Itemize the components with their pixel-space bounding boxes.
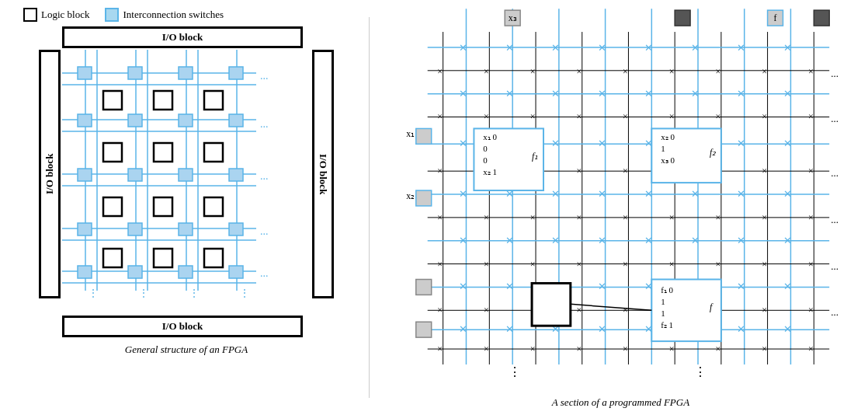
svg-text:✕: ✕ (737, 188, 745, 200)
svg-text:×: × (808, 111, 814, 122)
svg-text:×: × (484, 111, 489, 122)
svg-rect-47 (154, 91, 172, 110)
svg-text:×: × (437, 259, 443, 270)
svg-rect-221 (814, 10, 829, 26)
svg-text:f: f (774, 12, 777, 23)
legend-interconnect-label: Interconnection switches (123, 9, 224, 21)
svg-rect-30 (78, 114, 92, 127)
svg-rect-38 (78, 223, 92, 235)
svg-text:...: ... (260, 70, 269, 82)
svg-text:×: × (762, 66, 767, 77)
svg-text:×: × (762, 259, 767, 270)
svg-rect-51 (204, 143, 223, 162)
svg-text:×: × (762, 212, 767, 223)
svg-text:×: × (716, 344, 721, 354)
svg-text:×: × (623, 166, 628, 176)
svg-text:×: × (576, 212, 582, 223)
svg-text:✕: ✕ (783, 323, 792, 335)
svg-text:×: × (808, 166, 814, 176)
svg-text:x₂  1: x₂ 1 (483, 167, 497, 176)
svg-text:×: × (530, 212, 536, 223)
svg-rect-36 (179, 169, 193, 181)
svg-rect-37 (229, 169, 243, 181)
svg-rect-43 (128, 266, 142, 278)
svg-text:×: × (669, 212, 675, 223)
legend: Logic block Interconnection switches (23, 8, 224, 22)
svg-text:...: ... (831, 306, 838, 318)
svg-text:...: ... (260, 118, 269, 130)
io-block-left: I/O block (39, 50, 61, 298)
svg-rect-28 (179, 67, 193, 79)
svg-text:×: × (623, 111, 628, 122)
svg-text:✕: ✕ (459, 42, 467, 54)
svg-text:×: × (576, 344, 582, 354)
svg-text:×: × (669, 66, 675, 77)
svg-text:✕: ✕ (459, 281, 467, 292)
right-fpga-diagram: × × × × × × × × × ✕ ✕ ✕ ✕ ✕ ✕ ✕ ✕ × (373, 8, 860, 407)
io-block-right: I/O block (312, 50, 334, 298)
svg-text:×: × (808, 66, 814, 77)
svg-text:×: × (623, 259, 628, 270)
left-fpga-diagram: Logic block Interconnection switches I/O… (8, 8, 365, 407)
svg-text:×: × (530, 111, 536, 122)
svg-text:×: × (669, 111, 675, 122)
svg-text:×: × (530, 259, 536, 270)
svg-text:✕: ✕ (691, 88, 700, 99)
svg-rect-33 (229, 114, 243, 127)
svg-text:✕: ✕ (644, 88, 653, 99)
legend-logic-label: Logic block (41, 9, 89, 21)
programmed-fpga-svg: × × × × × × × × × ✕ ✕ ✕ ✕ ✕ ✕ ✕ ✕ × (381, 8, 860, 392)
svg-text:×: × (808, 305, 814, 316)
svg-rect-29 (229, 67, 243, 79)
svg-text:✕: ✕ (783, 138, 792, 149)
svg-text:✕: ✕ (598, 188, 606, 200)
svg-rect-224 (416, 190, 432, 206)
left-caption: General structure of an FPGA (125, 344, 248, 356)
svg-text:1: 1 (661, 309, 665, 318)
svg-text:✕: ✕ (459, 188, 467, 200)
svg-rect-53 (154, 197, 172, 216)
svg-text:✕: ✕ (783, 235, 792, 246)
svg-text:✕: ✕ (691, 42, 700, 54)
svg-rect-49 (103, 143, 122, 162)
svg-text:×: × (623, 305, 628, 316)
svg-rect-46 (103, 91, 122, 110)
svg-text:×: × (576, 166, 582, 176)
svg-text:✕: ✕ (598, 323, 606, 335)
svg-text:×: × (762, 305, 767, 316)
svg-text:f₂: f₂ (710, 147, 717, 158)
svg-rect-48 (204, 91, 223, 110)
svg-text:✕: ✕ (737, 281, 745, 292)
svg-text:×: × (484, 344, 489, 354)
svg-rect-52 (103, 197, 122, 216)
svg-text:...: ... (260, 267, 269, 279)
svg-text:×: × (576, 259, 582, 270)
svg-text:...: ... (831, 68, 838, 79)
svg-text:✕: ✕ (737, 323, 745, 335)
svg-text:×: × (437, 212, 443, 223)
svg-text:✕: ✕ (644, 235, 653, 246)
svg-text:×: × (716, 111, 721, 122)
svg-text:f₁  0: f₁ 0 (661, 285, 673, 295)
svg-text:✕: ✕ (691, 235, 700, 246)
svg-text:✕: ✕ (505, 42, 514, 54)
svg-rect-42 (78, 266, 92, 278)
svg-text:×: × (576, 305, 582, 316)
svg-text:0: 0 (483, 155, 488, 165)
svg-text:×: × (669, 259, 675, 270)
svg-rect-31 (128, 114, 142, 127)
legend-interconnect-icon (105, 8, 119, 22)
io-block-top: I/O block (62, 26, 303, 48)
svg-rect-41 (229, 223, 243, 235)
svg-text:×: × (437, 111, 443, 122)
svg-rect-39 (128, 223, 142, 235)
svg-text:✕: ✕ (551, 188, 560, 200)
svg-rect-40 (179, 223, 193, 235)
svg-text:f₂  1: f₂ 1 (661, 320, 673, 330)
svg-text:×: × (623, 66, 628, 77)
svg-text:×: × (762, 166, 767, 176)
svg-text:✕: ✕ (737, 88, 745, 99)
svg-text:x₁: x₁ (406, 128, 415, 139)
svg-text:0: 0 (483, 144, 488, 153)
svg-text:✕: ✕ (737, 138, 745, 149)
